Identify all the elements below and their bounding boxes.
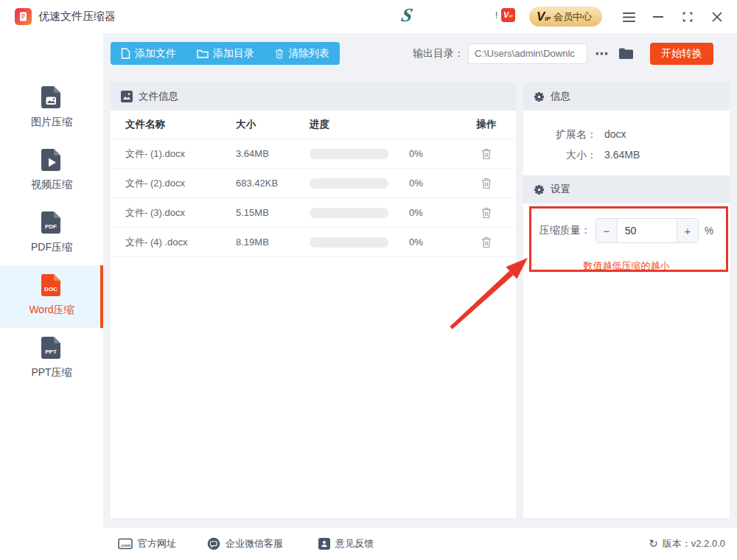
output-directory-area: 输出目录： ⋯ 开始转换 — [413, 42, 713, 65]
svg-text:PDF: PDF — [45, 223, 57, 230]
info-panel-header: 信息 — [523, 83, 730, 111]
delete-file-button[interactable] — [457, 178, 516, 189]
maximize-button[interactable] — [680, 9, 696, 25]
folder-icon — [618, 47, 634, 60]
file-panel-title: 文件信息 — [139, 90, 178, 103]
open-folder-button[interactable] — [618, 47, 634, 60]
table-row: 文件- (1).docx 3.64MB 0% — [111, 139, 516, 169]
table-row: 文件- (4) .docx 8.19MB 0% — [111, 228, 516, 257]
svg-text:PPT: PPT — [45, 349, 57, 355]
svg-text:.com: .com — [120, 543, 130, 547]
vip-badge-icon[interactable]: VIP — [501, 8, 515, 22]
trash-icon — [481, 207, 492, 219]
wechat-support-link[interactable]: 企业微信客服 — [207, 537, 283, 550]
column-size: 大小 — [236, 118, 310, 131]
add-directory-button[interactable]: 添加目录 — [186, 42, 265, 65]
minimize-button[interactable] — [650, 9, 666, 25]
toolbar-button-group: 添加文件 添加目录 清除列表 — [111, 42, 340, 65]
file-name: 文件- (1).docx — [111, 147, 236, 161]
ppt-file-icon: PPT — [39, 335, 64, 360]
progress-bar — [310, 208, 388, 218]
quality-label: 压缩质量： — [539, 224, 591, 237]
vip-logo-icon: VIP — [537, 10, 551, 23]
settings-panel: 设置 压缩质量： − + % 数值越低压缩的越小 — [523, 175, 730, 518]
quality-stepper: − + — [595, 218, 699, 243]
info-panel-title: 信息 — [551, 90, 570, 103]
quality-increase-button[interactable]: + — [677, 219, 698, 242]
file-size: 5.15MB — [236, 207, 310, 218]
add-file-button[interactable]: 添加文件 — [111, 42, 186, 65]
sidebar-item-pdf-compress[interactable]: PDF PDF压缩 — [0, 203, 103, 265]
file-size: 8.19MB — [236, 237, 310, 248]
close-button[interactable] — [709, 9, 725, 25]
progress-percent: 0% — [409, 178, 423, 189]
browse-more-button[interactable]: ⋯ — [595, 50, 609, 57]
gear-icon — [534, 91, 545, 102]
file-size: 3.64MB — [236, 148, 310, 159]
folder-icon — [197, 49, 209, 58]
version-value: v2.2.0.0 — [691, 538, 725, 549]
progress-bar — [310, 237, 388, 248]
output-directory-label: 输出目录： — [413, 47, 464, 60]
progress-percent: 0% — [409, 237, 423, 248]
footer-bar: .com 官方网址 企业微信客服 意见反馈 ↻ 版本：v2.2.0.0 — [103, 527, 737, 560]
trash-icon — [275, 49, 284, 59]
delete-file-button[interactable] — [457, 207, 516, 219]
app-window: 优速文件压缩器 S ! VIP VIP 会员中心 — [0, 0, 737, 560]
app-logo-icon — [15, 8, 32, 25]
progress-bar — [310, 149, 388, 159]
file-size: 683.42KB — [236, 178, 310, 189]
delete-file-button[interactable] — [457, 237, 516, 248]
table-row: 文件- (2).docx 683.42KB 0% — [111, 169, 516, 198]
sidebar-item-label: PPT压缩 — [31, 366, 71, 379]
official-site-link[interactable]: .com 官方网址 — [118, 537, 176, 550]
delete-file-button[interactable] — [457, 148, 516, 160]
sidebar-item-video-compress[interactable]: 视频压缩 — [0, 140, 103, 203]
feedback-icon — [318, 538, 330, 550]
notice-mark: ! — [495, 10, 497, 21]
sidebar-item-word-compress[interactable]: DOC Word压缩 — [0, 265, 103, 328]
settings-panel-title: 设置 — [551, 183, 570, 196]
quality-input[interactable] — [618, 219, 677, 242]
extension-value: docx — [604, 128, 626, 141]
speed-logo-icon: S — [399, 4, 415, 27]
start-convert-button[interactable]: 开始转换 — [650, 43, 713, 65]
file-name: 文件- (2).docx — [111, 177, 236, 190]
feedback-link[interactable]: 意见反馈 — [318, 537, 374, 550]
sidebar-item-ppt-compress[interactable]: PPT PPT压缩 — [0, 328, 103, 391]
progress-percent: 0% — [409, 207, 423, 218]
svg-text:DOC: DOC — [44, 286, 57, 293]
refresh-icon[interactable]: ↻ — [649, 537, 658, 550]
chat-icon — [207, 537, 220, 550]
file-panel-header: 文件信息 — [111, 83, 516, 111]
extension-label: 扩展名： — [523, 128, 597, 141]
website-icon: .com — [118, 538, 133, 550]
clear-list-button[interactable]: 清除列表 — [265, 42, 340, 65]
picture-icon — [121, 91, 133, 102]
column-file-name: 文件名称 — [111, 118, 236, 131]
settings-panel-header: 设置 — [523, 175, 730, 203]
quality-decrease-button[interactable]: − — [596, 219, 618, 242]
sidebar-item-image-compress[interactable]: 图片压缩 — [0, 77, 103, 140]
menu-button[interactable] — [621, 9, 637, 25]
sidebar-item-label: PDF压缩 — [31, 241, 72, 254]
progress-percent: 0% — [409, 148, 423, 159]
column-actions: 操作 — [457, 118, 516, 131]
sidebar-item-label: 视频压缩 — [31, 178, 72, 192]
table-header: 文件名称 大小 进度 操作 — [111, 111, 516, 139]
title-bar: 优速文件压缩器 S ! VIP VIP 会员中心 — [0, 0, 737, 33]
sidebar-item-label: Word压缩 — [29, 304, 74, 317]
video-file-icon — [39, 147, 64, 172]
size-value: 3.64MB — [604, 149, 640, 162]
version-info: ↻ 版本：v2.2.0.0 — [649, 537, 725, 550]
output-directory-input[interactable] — [468, 43, 587, 64]
sidebar-item-label: 图片压缩 — [31, 116, 72, 129]
size-label: 大小： — [523, 149, 597, 162]
app-title: 优速文件压缩器 — [38, 10, 116, 24]
file-name: 文件- (3).docx — [111, 206, 236, 220]
main-area: 添加文件 添加目录 清除列表 输出目录： ⋯ 开始转换 文件信息 — [103, 33, 737, 527]
vip-center-button[interactable]: VIP 会员中心 — [529, 7, 602, 27]
pdf-file-icon: PDF — [39, 210, 64, 235]
info-panel: 信息 扩展名： docx 大小： 3.64MB — [523, 83, 730, 181]
file-info-panel: 文件信息 文件名称 大小 进度 操作 文件- (1).docx 3.64MB 0… — [111, 83, 516, 518]
